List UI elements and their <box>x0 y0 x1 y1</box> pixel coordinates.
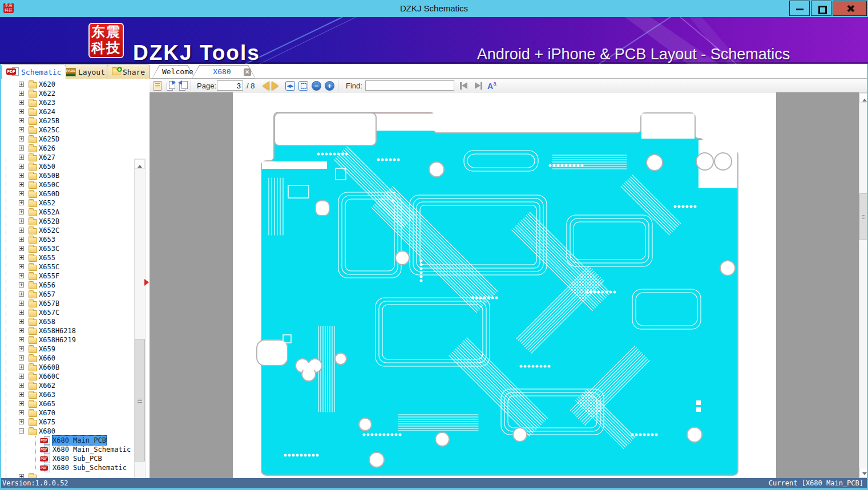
tree-folder-row[interactable]: X653C <box>1 244 132 253</box>
zoom-in-button[interactable]: + <box>325 79 334 92</box>
tree-folder-row[interactable]: X624 <box>1 107 132 116</box>
tree-document-row[interactable]: PDFX680 Sub_Schematic <box>1 463 132 472</box>
expand-icon[interactable] <box>19 118 24 123</box>
viewer-scroll-up-button[interactable] <box>859 93 867 103</box>
tree-scroll-up-button[interactable] <box>135 159 145 169</box>
expand-icon[interactable] <box>19 337 24 342</box>
expand-icon[interactable] <box>19 410 24 415</box>
collapse-icon[interactable] <box>19 428 24 434</box>
tree-folder-row[interactable]: X650C <box>1 180 132 189</box>
expand-icon[interactable] <box>19 82 24 87</box>
tree-folder-row[interactable]: X655 <box>1 253 132 262</box>
tab-schematic[interactable]: PDF Schematic <box>1 64 66 79</box>
expand-icon[interactable] <box>19 301 24 306</box>
tree-folder-row[interactable]: X652B <box>1 217 132 226</box>
tree-folder-row[interactable]: X670 <box>1 408 132 418</box>
expand-icon[interactable] <box>19 346 24 351</box>
expand-icon[interactable] <box>19 127 24 132</box>
expand-icon[interactable] <box>19 145 24 151</box>
tree-folder-row[interactable]: X663 <box>1 390 132 399</box>
viewer-scroll-down-button[interactable] <box>859 468 867 477</box>
doc-tab-close-icon[interactable] <box>244 68 251 76</box>
expand-icon[interactable] <box>19 365 24 370</box>
expand-icon[interactable] <box>19 255 24 260</box>
expand-icon[interactable] <box>19 319 24 324</box>
tree-folder-row[interactable]: X650D <box>1 189 132 199</box>
tree-folder-row[interactable]: X680 <box>1 427 132 436</box>
expand-icon[interactable] <box>19 182 24 187</box>
next-view-button[interactable] <box>167 79 175 92</box>
minimize-button[interactable] <box>789 1 810 16</box>
zoom-out-button[interactable]: − <box>312 79 321 92</box>
expand-icon[interactable] <box>19 310 24 315</box>
tree-folder-row[interactable]: X625B <box>1 116 132 125</box>
tree-folder-row[interactable]: X656 <box>1 281 132 290</box>
fit-width-button[interactable]: ◀▶ <box>285 79 295 92</box>
maximize-button[interactable] <box>811 1 831 16</box>
doc-tab-x680-main-pcb[interactable]: X680 Main_PCB <box>192 65 256 79</box>
tree-folder-row[interactable]: X660B <box>1 363 132 372</box>
tree-folder-row[interactable]: X625D <box>1 135 132 144</box>
tree-folder-row[interactable]: X626 <box>1 144 132 153</box>
tree-folder-row[interactable]: X653 <box>1 235 132 244</box>
tree-document-row[interactable]: PDFX680 Main_Schematic <box>1 445 132 454</box>
expand-icon[interactable] <box>19 474 24 478</box>
fit-page-button[interactable] <box>298 79 308 92</box>
tree-folder-row[interactable]: X658H6219 <box>1 335 132 345</box>
find-previous-button[interactable] <box>460 79 469 92</box>
close-button[interactable] <box>833 1 867 16</box>
tree-document-row[interactable]: PDFX680 Main_PCB <box>1 436 132 445</box>
tree-folder-row[interactable]: X657 <box>1 290 132 299</box>
tree-folder-row[interactable]: X652C <box>1 226 132 235</box>
tree-scrollbar-thumb[interactable] <box>135 339 145 461</box>
expand-icon[interactable] <box>19 91 24 96</box>
tree-folder-row[interactable]: X650B <box>1 171 132 180</box>
tree-folder-row[interactable]: X660C <box>1 372 132 381</box>
expand-icon[interactable] <box>19 273 24 278</box>
tree-folder-row[interactable]: X659 <box>1 345 132 354</box>
tree-folder-row[interactable]: X620 <box>1 80 132 89</box>
previous-view-button[interactable] <box>179 79 188 92</box>
find-input[interactable] <box>365 80 454 91</box>
tree-folder-row[interactable]: X657C <box>1 308 132 317</box>
expand-icon[interactable] <box>19 383 24 388</box>
expand-icon[interactable] <box>19 419 24 424</box>
next-page-button[interactable] <box>272 79 283 92</box>
expand-icon[interactable] <box>19 200 24 205</box>
match-case-button[interactable]: Aa <box>487 79 496 92</box>
viewer-scrollbar-thumb[interactable] <box>859 193 867 240</box>
expand-icon[interactable] <box>19 246 24 251</box>
tree-folder-row[interactable]: X657B <box>1 299 132 308</box>
tree-folder-row[interactable]: X622 <box>1 89 132 98</box>
expand-icon[interactable] <box>19 100 24 105</box>
tab-layout[interactable]: PADS Layout <box>60 64 110 79</box>
expand-icon[interactable] <box>19 164 24 169</box>
tree-document-row[interactable]: PDFX680 Sub_PCB <box>1 454 132 463</box>
tree-folder-row[interactable]: X623 <box>1 98 132 107</box>
tree-folder-row[interactable]: X650 <box>1 162 132 171</box>
tree-folder-row[interactable]: X665 <box>1 399 132 408</box>
expand-icon[interactable] <box>19 282 24 287</box>
single-page-view-button[interactable] <box>154 79 162 92</box>
tree-folder-row[interactable]: X625C <box>1 125 132 135</box>
tree-folder-row[interactable]: X675 <box>1 418 132 427</box>
expand-icon[interactable] <box>19 237 24 242</box>
expand-icon[interactable] <box>19 291 24 297</box>
tree-folder-row[interactable]: X660 <box>1 354 132 363</box>
tab-share[interactable]: + Share <box>107 64 150 79</box>
expand-icon[interactable] <box>19 191 24 196</box>
pdf-viewer[interactable] <box>150 92 859 478</box>
previous-page-button[interactable] <box>258 79 269 92</box>
tree-folder-row[interactable]: X627 <box>1 153 132 162</box>
expand-icon[interactable] <box>19 109 24 114</box>
tree-folder-row[interactable]: X655C <box>1 262 132 272</box>
tree-folder-row[interactable]: X652 <box>1 199 132 208</box>
find-next-button[interactable] <box>474 79 482 92</box>
expand-icon[interactable] <box>19 136 24 141</box>
expand-icon[interactable] <box>19 374 24 379</box>
tree-folder-row[interactable]: X658 <box>1 317 132 326</box>
expand-icon[interactable] <box>19 209 24 214</box>
tree-folder-row[interactable]: X658H6218 <box>1 326 132 335</box>
tree-scrollbar[interactable] <box>134 159 146 478</box>
expand-icon[interactable] <box>19 228 24 233</box>
